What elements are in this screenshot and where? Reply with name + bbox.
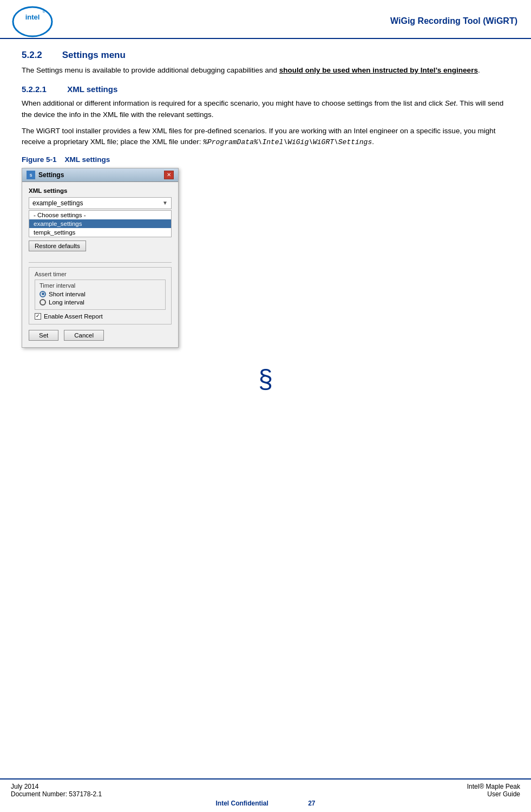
page-footer: July 2014 Document Number: 537178-2.1 In…	[0, 778, 531, 812]
cancel-button[interactable]: Cancel	[64, 330, 104, 341]
footer-confidential: Intel Confidential 27	[11, 800, 520, 807]
svg-text:®: ®	[42, 10, 45, 14]
footer-left: July 2014 Document Number: 537178-2.1	[11, 783, 102, 798]
enable-assert-report-label: Enable Assert Report	[44, 313, 103, 320]
dialog-divider	[29, 262, 172, 263]
dialog-title-text: Settings	[38, 171, 64, 179]
subsection-para2: The WiGRT tool installer provides a few …	[22, 126, 509, 148]
dropdown-header[interactable]: example_settings ▼	[29, 198, 171, 209]
radio-dot	[42, 293, 44, 295]
svg-text:S: S	[30, 173, 32, 177]
page-header: intel ® WiGig Recording Tool (WiGRT)	[0, 0, 531, 39]
svg-point-0	[13, 7, 52, 36]
dropdown-item-tempk[interactable]: tempk_settings	[29, 228, 171, 237]
subsection-title: XML settings	[67, 85, 117, 94]
long-interval-radio[interactable]	[40, 299, 46, 306]
section-522-heading: 5.2.2 Settings menu	[22, 50, 509, 61]
dialog-close-button[interactable]: ✕	[164, 171, 174, 179]
footer-top-row: July 2014 Document Number: 537178-2.1 In…	[11, 783, 520, 798]
dropdown-item-choose[interactable]: - Choose settings -	[29, 211, 171, 219]
assert-timer-label: Assert timer	[35, 271, 166, 277]
section-title: Settings menu	[62, 50, 126, 60]
footer-date: July 2014	[11, 783, 102, 790]
subsection-5221-heading: 5.2.2.1 XML settings	[22, 85, 509, 94]
timer-interval-group: Timer interval Short interval Long inter…	[35, 280, 166, 310]
subsection-para1: When additional or different information…	[22, 98, 509, 120]
figure-dialog-container: S Settings ✕ XML settings example_settin…	[22, 168, 509, 348]
main-content: 5.2.2 Settings menu The Settings menu is…	[0, 44, 531, 443]
footer-doc-number: Document Number: 537178-2.1	[11, 790, 102, 798]
subsection-number: 5.2.2.1	[22, 85, 65, 94]
page-number: 27	[308, 800, 315, 807]
timer-interval-label: Timer interval	[40, 282, 161, 289]
xml-settings-dropdown[interactable]: example_settings ▼	[29, 197, 172, 209]
section-intro-text: The Settings menu is available to provid…	[22, 65, 509, 76]
dropdown-options-list: - Choose settings - example_settings tem…	[29, 210, 172, 237]
checkbox-check-mark: ✓	[36, 314, 40, 319]
short-interval-radio-row[interactable]: Short interval	[40, 291, 161, 297]
dialog-action-buttons: Set Cancel	[29, 330, 172, 341]
section-number: 5.2.2	[22, 50, 60, 61]
dropdown-selected-value: example_settings	[32, 199, 83, 207]
footer-guide-type: User Guide	[467, 790, 520, 798]
dropdown-item-example[interactable]: example_settings	[29, 219, 171, 228]
short-interval-label: Short interval	[49, 291, 86, 297]
svg-text:intel: intel	[25, 13, 40, 21]
section-break-symbol: §	[22, 364, 509, 394]
enable-assert-report-row[interactable]: ✓ Enable Assert Report	[35, 313, 166, 320]
dialog-body: XML settings example_settings ▼ - Choose…	[22, 182, 178, 347]
dialog-app-icon: S	[27, 171, 35, 179]
dropdown-arrow-icon: ▼	[162, 200, 168, 206]
dialog-titlebar: S Settings ✕	[22, 168, 178, 182]
short-interval-radio[interactable]	[40, 291, 46, 297]
settings-dialog: S Settings ✕ XML settings example_settin…	[22, 168, 179, 348]
footer-right: Intel® Maple Peak User Guide	[467, 783, 520, 798]
dialog-titlebar-left: S Settings	[27, 171, 64, 179]
set-button[interactable]: Set	[29, 330, 58, 341]
long-interval-radio-row[interactable]: Long interval	[40, 299, 161, 306]
long-interval-label: Long interval	[49, 299, 84, 306]
intel-logo: intel ®	[11, 5, 54, 38]
assert-timer-group: Assert timer Timer interval Short interv…	[29, 267, 172, 324]
xml-settings-label: XML settings	[29, 187, 172, 194]
enable-assert-report-checkbox[interactable]: ✓	[35, 313, 41, 320]
restore-defaults-button[interactable]: Restore defaults	[29, 241, 86, 251]
footer-product: Intel® Maple Peak	[467, 783, 520, 790]
confidential-label: Intel Confidential	[215, 800, 268, 807]
figure-label: Figure 5-1 XML settings	[22, 155, 509, 164]
document-title: WiGig Recording Tool (WiGRT)	[54, 5, 520, 26]
